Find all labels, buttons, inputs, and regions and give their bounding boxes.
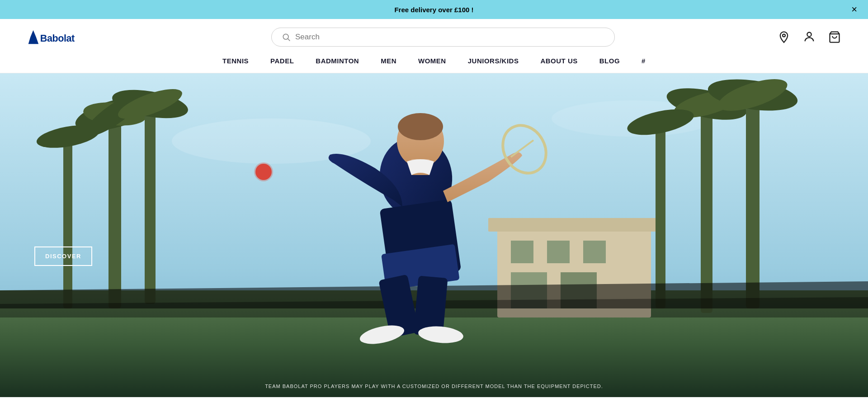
svg-point-40 <box>398 113 443 140</box>
logo[interactable]: Babolat <box>27 26 108 48</box>
svg-point-3 <box>783 34 785 37</box>
cart-button[interactable] <box>828 31 841 43</box>
search-input[interactable] <box>295 33 604 42</box>
svg-rect-13 <box>547 241 570 263</box>
svg-point-4 <box>807 33 811 37</box>
svg-rect-26 <box>701 109 712 313</box>
logo-svg: Babolat <box>27 26 108 48</box>
svg-rect-14 <box>583 241 606 263</box>
nav-item-about[interactable]: ABOUT US <box>540 55 577 66</box>
search-icon <box>282 33 291 42</box>
header-icons <box>778 31 841 43</box>
hero-scene-svg <box>0 73 868 397</box>
svg-rect-29 <box>746 100 760 308</box>
location-icon <box>778 31 790 43</box>
nav-item-blog[interactable]: BLOG <box>599 55 620 66</box>
nav-item-badminton[interactable]: BADMINTON <box>316 55 359 66</box>
nav-item-juniors[interactable]: JUNIORS/KIDS <box>468 55 519 66</box>
announcement-close-button[interactable]: × <box>851 5 857 14</box>
nav-item-tennis[interactable]: TENNIS <box>222 55 249 66</box>
cart-icon <box>828 31 841 43</box>
svg-point-1 <box>283 34 288 39</box>
nav-item-women[interactable]: WOMEN <box>418 55 446 66</box>
svg-rect-11 <box>488 218 660 232</box>
hero-section: DISCOVER TEAM BABOLAT PRO PLAYERS MAY PL… <box>0 73 868 397</box>
svg-rect-32 <box>656 128 665 308</box>
svg-rect-24 <box>63 141 72 308</box>
nav-item-padel[interactable]: PADEL <box>270 55 294 66</box>
cursor-dot <box>255 164 272 180</box>
account-icon <box>803 31 816 43</box>
svg-rect-12 <box>511 241 533 263</box>
svg-line-2 <box>288 39 290 41</box>
site-header: Babolat <box>0 19 868 73</box>
svg-rect-17 <box>108 118 121 308</box>
discover-button[interactable]: DISCOVER <box>34 246 92 266</box>
hero-disclaimer: TEAM BABOLAT PRO PLAYERS MAY PLAY WITH A… <box>265 384 603 389</box>
header-top: Babolat <box>0 19 868 55</box>
nav-item-hashtag[interactable]: # <box>642 55 646 66</box>
search-bar <box>271 28 615 47</box>
account-button[interactable] <box>803 31 816 43</box>
main-nav: TENNIS PADEL BADMINTON MEN WOMEN JUNIORS… <box>0 55 868 73</box>
announcement-text: Free delivery over £100 ! <box>394 6 473 14</box>
announcement-bar: Free delivery over £100 ! × <box>0 0 868 19</box>
svg-text:Babolat: Babolat <box>40 33 75 44</box>
location-button[interactable] <box>778 31 790 43</box>
svg-rect-21 <box>145 109 156 304</box>
nav-item-men[interactable]: MEN <box>381 55 396 66</box>
